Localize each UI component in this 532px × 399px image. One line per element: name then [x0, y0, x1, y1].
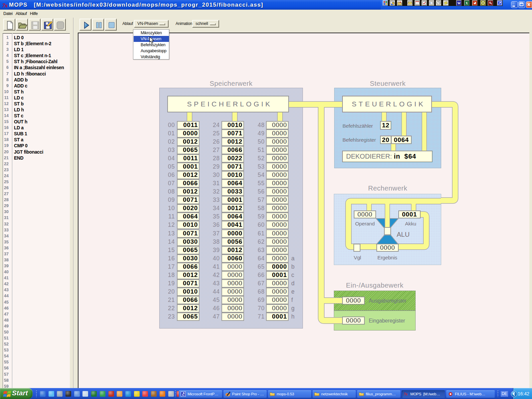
svg-text:7x: 7x: [404, 392, 408, 396]
svg-text:W: W: [457, 1, 461, 5]
svg-text:7x: 7x: [2, 3, 8, 8]
svg-text:X: X: [466, 1, 468, 5]
